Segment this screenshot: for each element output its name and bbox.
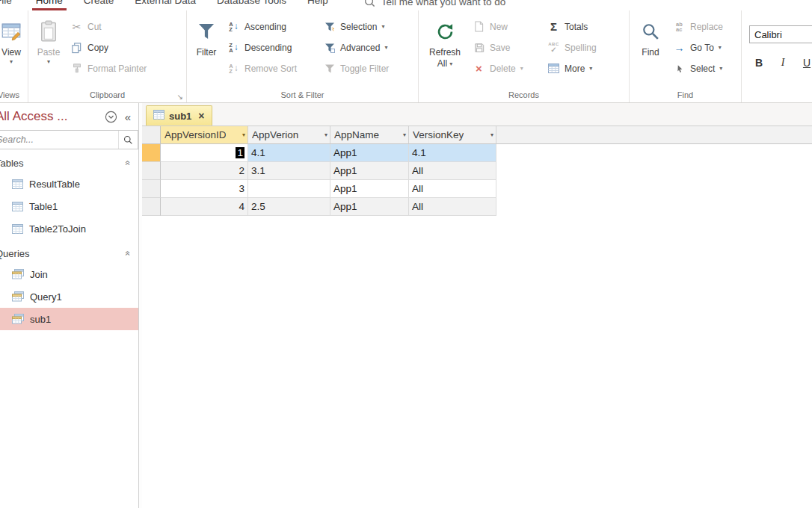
search-icon[interactable] bbox=[118, 131, 138, 149]
find-button[interactable]: Find bbox=[632, 10, 669, 58]
search-input[interactable] bbox=[0, 131, 118, 149]
nav-item-table1[interactable]: Table1 bbox=[0, 195, 138, 217]
spelling-button[interactable]: ABC✓ Spelling bbox=[544, 40, 630, 55]
tables-section-label: Tables bbox=[0, 158, 24, 169]
column-header-appversionid[interactable]: AppVersionID ▾ bbox=[161, 126, 248, 144]
selection-button[interactable]: Selection ▾ bbox=[319, 19, 418, 34]
tab-file[interactable]: File bbox=[0, 0, 25, 10]
select-all-corner[interactable] bbox=[142, 126, 161, 144]
tab-database-tools[interactable]: Database Tools bbox=[206, 0, 297, 10]
totals-button[interactable]: Σ Totals bbox=[544, 19, 630, 34]
datasheet-cell[interactable]: All bbox=[409, 180, 496, 198]
nav-item-label: Join bbox=[30, 269, 48, 280]
row-selector[interactable] bbox=[142, 180, 161, 198]
nav-pane-header[interactable]: All Access ... « bbox=[0, 103, 138, 130]
datasheet-cell[interactable]: 3 bbox=[161, 180, 248, 198]
ribbon-group-text-formatting: Calibri ▾ B I U bbox=[742, 10, 812, 102]
document-tab-sub1[interactable]: sub1 × bbox=[146, 105, 212, 126]
column-header-versionkey[interactable]: VersionKey ▾ bbox=[409, 126, 496, 144]
table-icon bbox=[12, 179, 23, 189]
filter-dropdown-icon[interactable]: ▾ bbox=[322, 131, 327, 138]
nav-section-queries[interactable]: Queries « bbox=[0, 244, 138, 263]
row-selector[interactable] bbox=[142, 198, 161, 216]
sort-filter-group-label: Sort & Filter bbox=[187, 90, 418, 102]
advanced-button[interactable]: Advanced ▾ bbox=[319, 40, 418, 55]
column-header-appverion[interactable]: AppVerion ▾ bbox=[248, 126, 330, 144]
nav-item-resulttable[interactable]: ResultTable bbox=[0, 173, 138, 195]
datasheet-cell[interactable]: All bbox=[409, 162, 496, 180]
descending-button[interactable]: ZA ↓ Descending bbox=[224, 40, 319, 55]
cut-button[interactable]: ✂ Cut bbox=[67, 19, 150, 34]
nav-item-query1[interactable]: Query1 bbox=[0, 285, 138, 308]
datasheet-cell[interactable]: 4 bbox=[161, 198, 248, 216]
row-selector[interactable] bbox=[142, 162, 161, 180]
datasheet-cell[interactable]: App1 bbox=[330, 180, 409, 198]
chevron-down-icon: ▾ bbox=[520, 65, 523, 72]
document-tab-label: sub1 bbox=[169, 111, 191, 122]
filter-button[interactable]: Filter bbox=[189, 10, 224, 58]
header-filler bbox=[496, 126, 812, 144]
chevron-down-icon: ▾ bbox=[381, 23, 384, 31]
underline-button[interactable]: U bbox=[800, 57, 812, 69]
toggle-filter-button[interactable]: Toggle Filter bbox=[319, 61, 418, 76]
chevron-down-icon: ▾ bbox=[719, 65, 722, 72]
replace-button[interactable]: abac Replace bbox=[669, 19, 741, 34]
ascending-button[interactable]: AZ ↓ Ascending bbox=[224, 19, 319, 34]
tab-external-data[interactable]: External Data bbox=[124, 0, 206, 10]
shutter-bar-collapse-icon[interactable]: « bbox=[125, 111, 131, 123]
go-to-button[interactable]: → Go To ▾ bbox=[669, 40, 741, 55]
filter-dropdown-icon[interactable]: ▾ bbox=[240, 131, 245, 138]
datasheet-empty-area bbox=[142, 216, 812, 508]
datasheet-cell[interactable]: 4.1 bbox=[409, 144, 496, 162]
nav-section-tables[interactable]: Tables « bbox=[0, 153, 138, 173]
bold-button[interactable]: B bbox=[752, 57, 766, 69]
new-record-button[interactable]: New bbox=[469, 19, 544, 34]
font-name-combobox[interactable]: Calibri ▾ bbox=[749, 25, 812, 43]
datasheet-cell[interactable]: App1 bbox=[330, 144, 409, 162]
tell-me-button[interactable]: Tell me what you want to do bbox=[364, 0, 506, 10]
refresh-all-button[interactable]: Refresh All▾ bbox=[421, 10, 469, 69]
ribbon-group-sort-filter: Filter AZ ↓ Ascending ZA ↓ bbox=[187, 10, 419, 102]
nav-item-join[interactable]: Join bbox=[0, 263, 138, 285]
save-record-button[interactable]: Save bbox=[469, 40, 544, 55]
datasheet-cell[interactable]: All bbox=[409, 198, 496, 216]
datasheet-row-4: 4 2.5 App1 All bbox=[142, 198, 812, 216]
italic-button[interactable]: I bbox=[776, 57, 790, 69]
datasheet-cell[interactable]: App1 bbox=[330, 198, 409, 216]
datasheet-cell[interactable]: 3.1 bbox=[248, 162, 330, 180]
close-tab-icon[interactable]: × bbox=[198, 110, 204, 122]
filter-dropdown-icon[interactable]: ▾ bbox=[401, 131, 406, 138]
tab-home[interactable]: Home bbox=[25, 0, 73, 10]
filter-funnel-icon bbox=[197, 16, 215, 47]
nav-item-label: Table2ToJoin bbox=[29, 223, 86, 235]
tab-create[interactable]: Create bbox=[73, 0, 125, 10]
copy-button[interactable]: Copy bbox=[67, 40, 150, 55]
datasheet-cell[interactable]: 4.1 bbox=[248, 144, 330, 162]
filter-dropdown-icon[interactable]: ▾ bbox=[488, 131, 493, 138]
dialog-launcher-icon[interactable]: ↘ bbox=[177, 93, 183, 101]
datasheet-header-row: AppVersionID ▾ AppVerion ▾ AppName ▾ Ver… bbox=[142, 126, 812, 144]
nav-item-sub1[interactable]: sub1 bbox=[0, 308, 138, 330]
column-header-appname[interactable]: AppName ▾ bbox=[330, 126, 409, 144]
access-window: File Home Create External Data Database … bbox=[0, 0, 812, 508]
datasheet-cell[interactable]: 2 bbox=[161, 162, 248, 180]
delete-record-button[interactable]: × Delete ▾ bbox=[469, 61, 544, 76]
paste-button[interactable]: Paste ▾ bbox=[31, 10, 67, 66]
find-magnifier-icon bbox=[642, 16, 659, 47]
tab-help[interactable]: Help bbox=[297, 0, 339, 10]
remove-sort-button[interactable]: AZ ↓ Remove Sort bbox=[224, 61, 319, 76]
row-selector-current[interactable] bbox=[142, 144, 161, 162]
nav-item-label: Table1 bbox=[29, 201, 58, 212]
nav-item-table2tojoin[interactable]: Table2ToJoin bbox=[0, 217, 138, 240]
nav-menu-dropdown-icon[interactable] bbox=[105, 111, 117, 123]
remove-sort-icon: AZ ↓ bbox=[227, 64, 240, 74]
ribbon: View ▾ Views Paste ▾ ✂ Cut bbox=[0, 10, 812, 103]
datasheet-cell[interactable]: 2.5 bbox=[248, 198, 330, 216]
format-painter-button[interactable]: Format Painter bbox=[67, 61, 150, 76]
datasheet-cell-active[interactable]: 1 bbox=[161, 144, 248, 162]
view-button[interactable]: View ▾ bbox=[0, 10, 31, 66]
select-button[interactable]: Select ▾ bbox=[669, 61, 741, 76]
datasheet-cell[interactable]: App1 bbox=[330, 162, 409, 180]
datasheet-cell[interactable] bbox=[248, 180, 330, 198]
more-button[interactable]: More ▾ bbox=[544, 61, 630, 76]
